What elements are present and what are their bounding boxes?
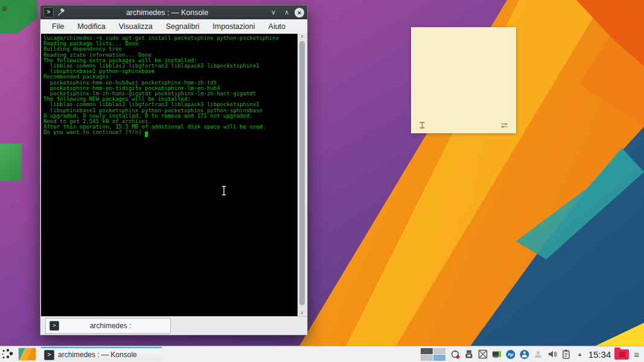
- desktop: ≡ >: [0, 0, 644, 362]
- red-folder-icon[interactable]: [614, 349, 629, 360]
- menu-aiuto[interactable]: Aiuto: [262, 22, 293, 31]
- pager-desktop-1[interactable]: [421, 348, 433, 354]
- scrollbar-thumb[interactable]: [299, 41, 305, 305]
- menu-visualizza[interactable]: Visualizza: [112, 22, 159, 31]
- window-titlebar[interactable]: > archimedes : — Konsole ∨ ∧ ×: [40, 5, 307, 19]
- app-launcher-button[interactable]: [0, 347, 16, 361]
- menu-impostazioni[interactable]: Impostazioni: [206, 22, 261, 31]
- menu-modifica[interactable]: Modifica: [71, 22, 112, 31]
- pager-desktop-4[interactable]: [433, 355, 445, 361]
- tray-expand-icon[interactable]: ▲: [575, 349, 585, 359]
- window-title: archimedes : — Konsole: [69, 8, 266, 17]
- note-format-icon[interactable]: [418, 121, 427, 130]
- konsole-window: > archimedes : — Konsole ∨ ∧ × File Modi…: [40, 5, 308, 335]
- updates-icon[interactable]: [450, 349, 460, 359]
- terminal-cursor: [145, 132, 148, 137]
- taskbar-task-konsole[interactable]: > archimedes : — Konsole: [41, 347, 162, 361]
- terminal-area: luca@archimedes:~$ sudo apt-get install …: [40, 34, 307, 316]
- panel-toolbox-icon[interactable]: ≡: [634, 349, 639, 360]
- tab-archimedes[interactable]: > archimedes :: [45, 318, 171, 334]
- scroll-up-button[interactable]: ∧: [301, 34, 304, 40]
- sticky-note-widget[interactable]: [411, 27, 516, 133]
- desktop-preview-button[interactable]: [18, 348, 36, 361]
- pager-desktop-2[interactable]: [433, 348, 445, 354]
- folder-inner: [619, 352, 625, 357]
- screen-layout-icon[interactable]: [478, 349, 488, 359]
- terminal-scrollbar[interactable]: ∧ ∨: [298, 34, 307, 316]
- desktop-toolbox-icon[interactable]: ≡: [2, 4, 7, 13]
- maximize-button[interactable]: ∧: [281, 7, 292, 18]
- volume-icon[interactable]: [547, 349, 557, 359]
- konsole-task-icon: >: [44, 350, 54, 360]
- user-switch-dim-icon[interactable]: [534, 349, 543, 359]
- removable-media-icon[interactable]: [464, 349, 474, 359]
- digital-clock[interactable]: 15:34: [588, 349, 611, 360]
- virtual-desktop-pager[interactable]: [421, 348, 445, 361]
- pager-desktop-3[interactable]: [421, 355, 433, 361]
- konsole-window-icon[interactable]: >: [43, 7, 54, 17]
- scroll-down-button[interactable]: ∨: [301, 310, 304, 316]
- task-label: archimedes : — Konsole: [58, 351, 137, 359]
- wallpaper-green-square: [0, 144, 22, 181]
- minimize-button[interactable]: ∨: [268, 7, 279, 18]
- menu-file[interactable]: File: [45, 22, 71, 31]
- hp-utility-icon[interactable]: hp: [506, 349, 515, 359]
- menu-segnalibri[interactable]: Segnalibri: [159, 22, 206, 31]
- clipboard-icon[interactable]: [561, 349, 571, 359]
- power-battery-icon[interactable]: [492, 349, 502, 359]
- tab-bar: > archimedes :: [40, 316, 307, 335]
- text-cursor-pointer-icon: [221, 186, 227, 198]
- hp-label: hp: [508, 352, 514, 357]
- close-button[interactable]: ×: [295, 8, 304, 17]
- tab-label: archimedes :: [63, 322, 170, 330]
- system-tray: hp: [450, 349, 585, 359]
- menu-bar: File Modifica Visualizza Segnalibri Impo…: [40, 19, 307, 34]
- pin-icon[interactable]: [57, 8, 65, 16]
- terminal-tab-icon: >: [49, 321, 59, 331]
- note-settings-sliders-icon[interactable]: [500, 121, 509, 130]
- accessibility-user-icon[interactable]: [520, 349, 529, 359]
- taskbar: > archimedes : — Konsole: [0, 346, 644, 362]
- terminal-output[interactable]: luca@archimedes:~$ sudo apt-get install …: [41, 34, 298, 316]
